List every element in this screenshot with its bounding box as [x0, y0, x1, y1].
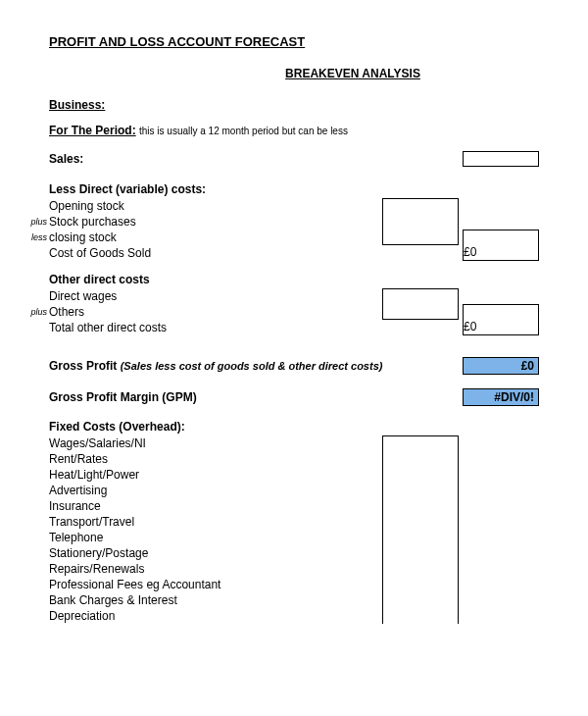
subtitle: BREAKEVEN ANALYSIS	[167, 67, 539, 80]
cogs-label: Cost of Goods Sold	[49, 246, 382, 260]
main-title: PROFIT AND LOSS ACCOUNT FORECAST	[49, 34, 539, 49]
fixed-cost-input[interactable]	[382, 608, 459, 624]
fixed-cost-input[interactable]	[382, 435, 459, 451]
fixed-cost-row: Professional Fees eg Accountant	[49, 577, 539, 592]
business-label: Business:	[49, 98, 539, 112]
fixed-cost-label: Bank Charges & Interest	[49, 593, 382, 607]
total-other-label: Total other direct costs	[49, 321, 382, 334]
sales-row: Sales:	[49, 151, 539, 167]
gpm-row: Gross Profit Margin (GPM) #DIV/0!	[49, 388, 539, 406]
gpm-value: #DIV/0!	[494, 390, 534, 404]
others-input[interactable]	[382, 304, 459, 320]
fixed-cost-label: Heat/Light/Power	[49, 468, 382, 482]
other-direct-section: Other direct costs Direct wages plus Oth…	[49, 273, 539, 335]
fixed-cost-row: Wages/Salaries/NI	[49, 435, 539, 451]
fixed-cost-input[interactable]	[382, 498, 459, 514]
fixed-cost-label: Telephone	[49, 531, 382, 544]
period-label: For The Period:	[49, 124, 136, 137]
others-label: Others	[49, 305, 382, 319]
fixed-costs-section: Fixed Costs (Overhead): Wages/Salaries/N…	[49, 420, 539, 624]
fixed-cost-row: Advertising	[49, 483, 539, 498]
period-note-text: this is usually a 12 month period but ca…	[139, 126, 348, 136]
fixed-cost-input[interactable]	[382, 530, 459, 545]
sales-input[interactable]	[463, 151, 539, 167]
gpm-label: Gross Profit Margin (GPM)	[49, 390, 459, 404]
fixed-cost-row: Bank Charges & Interest	[49, 592, 539, 608]
gross-profit-label: Gross Profit (Sales less cost of goods s…	[49, 359, 459, 373]
gross-profit-value-box: £0	[463, 357, 539, 375]
cogs-value: £0	[464, 245, 480, 259]
gross-profit-text: Gross Profit	[49, 359, 117, 373]
fixed-cost-label: Transport/Travel	[49, 515, 382, 529]
fixed-cost-input[interactable]	[382, 561, 459, 577]
stock-purchases-label: Stock purchases	[49, 215, 382, 229]
opening-stock-label: Opening stock	[49, 199, 382, 213]
fixed-cost-label: Advertising	[49, 484, 382, 497]
gpm-value-box: #DIV/0!	[463, 388, 539, 406]
fixed-cost-input[interactable]	[382, 483, 459, 498]
fixed-cost-row: Stationery/Postage	[49, 545, 539, 561]
fixed-cost-label: Professional Fees eg Accountant	[49, 578, 382, 591]
fixed-cost-input[interactable]	[382, 451, 459, 467]
fixed-cost-input[interactable]	[382, 514, 459, 530]
sales-label: Sales:	[49, 152, 382, 166]
fixed-cost-input[interactable]	[382, 592, 459, 608]
cogs-value-box: £0	[463, 245, 539, 261]
plus-prefix-1: plus	[27, 217, 47, 227]
fixed-cost-input[interactable]	[382, 467, 459, 483]
fixed-cost-row: Telephone	[49, 530, 539, 545]
gross-profit-row: Gross Profit (Sales less cost of goods s…	[49, 357, 539, 375]
gross-profit-note: (Sales less cost of goods sold & other d…	[121, 360, 383, 372]
fixed-cost-row: Transport/Travel	[49, 514, 539, 530]
direct-costs-section: Less Direct (variable) costs: Opening st…	[49, 182, 539, 261]
fixed-cost-input[interactable]	[382, 545, 459, 561]
fixed-cost-row: Depreciation	[49, 608, 539, 624]
stock-purchases-input[interactable]	[382, 214, 459, 230]
fixed-cost-row: Insurance	[49, 498, 539, 514]
direct-wages-label: Direct wages	[49, 289, 382, 303]
fixed-cost-label: Insurance	[49, 499, 382, 513]
fixed-cost-row: Repairs/Renewals	[49, 561, 539, 577]
cogs-box-top	[463, 230, 539, 245]
other-total-value: £0	[464, 320, 480, 333]
plus-prefix-2: plus	[27, 307, 47, 317]
closing-stock-input[interactable]	[382, 230, 459, 245]
direct-costs-header: Less Direct (variable) costs:	[49, 182, 539, 196]
fixed-cost-label: Depreciation	[49, 609, 382, 623]
fixed-cost-label: Rent/Rates	[49, 452, 382, 466]
fixed-cost-input[interactable]	[382, 577, 459, 592]
other-total-value-box: £0	[463, 320, 539, 335]
opening-stock-input[interactable]	[382, 198, 459, 214]
period-row: For The Period: this is usually a 12 mon…	[49, 124, 539, 137]
gross-profit-value: £0	[521, 359, 534, 373]
less-prefix: less	[27, 232, 47, 242]
other-total-box-top	[463, 304, 539, 320]
direct-wages-input[interactable]	[382, 288, 459, 304]
closing-stock-label: closing stock	[49, 230, 382, 244]
other-direct-header: Other direct costs	[49, 273, 539, 286]
fixed-cost-label: Stationery/Postage	[49, 546, 382, 560]
fixed-cost-row: Heat/Light/Power	[49, 467, 539, 483]
fixed-cost-row: Rent/Rates	[49, 451, 539, 467]
fixed-cost-label: Repairs/Renewals	[49, 562, 382, 576]
fixed-costs-header: Fixed Costs (Overhead):	[49, 420, 539, 434]
fixed-cost-label: Wages/Salaries/NI	[49, 436, 382, 450]
